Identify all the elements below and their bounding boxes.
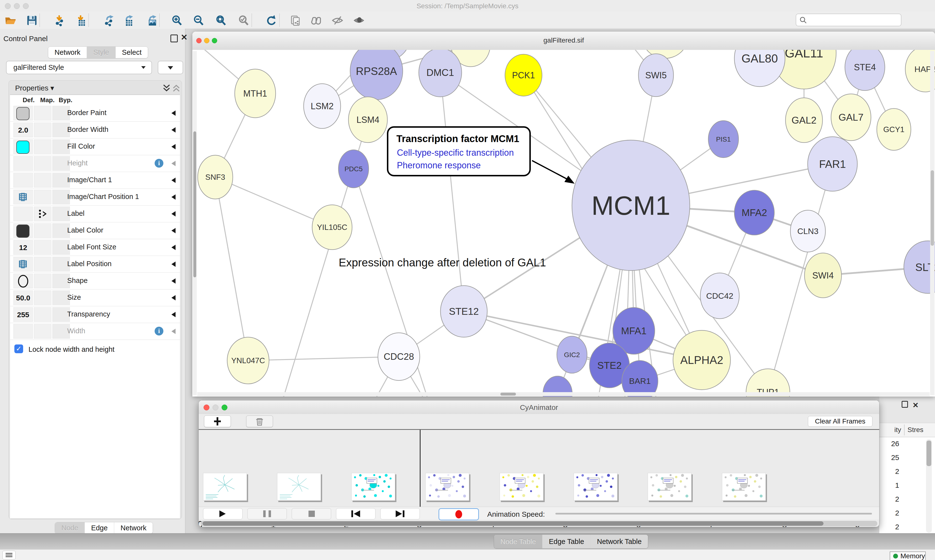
property-def-cell[interactable]: 12 [13, 240, 33, 255]
property-row-size[interactable]: 50.0Size [10, 289, 180, 306]
property-row-label-color[interactable]: Label Color [10, 222, 180, 239]
property-map-cell[interactable] [34, 156, 51, 171]
timeline-frame-6[interactable] [648, 473, 691, 501]
annotation-link[interactable]: Pheromone response [397, 160, 481, 170]
tab-node-table[interactable]: Node Table [494, 535, 542, 548]
network-node-swi5[interactable]: SWI5 [639, 54, 673, 97]
property-def-cell[interactable]: 2.0 [13, 123, 33, 137]
import-table-button[interactable] [75, 15, 87, 26]
network-hscrollbar[interactable] [197, 392, 930, 396]
property-map-cell[interactable] [34, 274, 51, 288]
expand-arrow-icon[interactable] [171, 178, 176, 183]
network-node-pck1[interactable]: PCK1 [505, 54, 542, 96]
table-scrollbar-thumb[interactable] [926, 440, 931, 466]
property-map-cell[interactable] [34, 307, 51, 322]
timeline-frame-2[interactable] [351, 473, 395, 501]
property-row-fill-color[interactable]: Fill Color [10, 138, 180, 155]
expand-arrow-icon[interactable] [171, 144, 176, 149]
network-node-cdc28[interactable]: CDC28 [378, 333, 420, 380]
previous-frame-button[interactable] [336, 508, 375, 519]
expand-arrow-icon[interactable] [171, 278, 176, 284]
play-button[interactable] [203, 508, 242, 519]
network-node-mth1[interactable]: MTH1 [235, 69, 276, 118]
memory-button[interactable]: Memory [890, 551, 926, 560]
lock-size-checkbox[interactable]: ✓ [14, 345, 23, 353]
property-def-cell[interactable]: 50.0 [13, 291, 33, 305]
property-map-cell[interactable] [34, 106, 51, 120]
property-def-cell[interactable] [13, 106, 33, 120]
expand-arrow-icon[interactable] [171, 329, 176, 334]
network-node-ynl047c[interactable]: YNL047C [227, 337, 269, 384]
network-node-lsm4[interactable]: LSM4 [349, 97, 387, 143]
network-node-gal2[interactable]: GAL2 [785, 98, 822, 143]
property-map-cell[interactable] [34, 324, 51, 338]
property-row-label[interactable]: Label [10, 205, 180, 222]
property-row-width[interactable]: iWidth [10, 323, 180, 340]
property-def-cell[interactable] [13, 206, 33, 221]
column-header[interactable]: Stres [907, 426, 923, 434]
duplicate-network-button[interactable] [290, 15, 301, 26]
network-window-titlebar[interactable]: galFiltered.sif [192, 32, 935, 50]
property-map-cell[interactable] [34, 257, 51, 271]
network-node-pis1[interactable]: PIS1 [708, 121, 739, 158]
show-view-button[interactable] [353, 15, 365, 26]
export-table-button[interactable] [122, 15, 134, 26]
timeline-frame-7[interactable] [722, 473, 766, 501]
tab-network[interactable]: Network [48, 47, 87, 58]
next-frame-button[interactable] [380, 508, 420, 519]
timeline-frame-1[interactable] [277, 473, 321, 501]
property-def-cell[interactable] [13, 173, 33, 188]
property-row-image-chart-1[interactable]: Image/Chart 1 [10, 172, 180, 189]
property-row-shape[interactable]: Shape [10, 272, 180, 289]
property-row-transparency[interactable]: 255Transparency [10, 306, 180, 323]
zoom-selected-button[interactable] [238, 15, 250, 26]
annotation-link[interactable]: Cell-type-specific transcription [397, 148, 514, 158]
info-icon[interactable]: i [154, 327, 164, 335]
zoom-out-button[interactable] [193, 15, 205, 26]
tab-network[interactable]: Network [114, 522, 153, 534]
network-vscrollbar-left[interactable] [193, 51, 197, 395]
properties-header[interactable]: Properties ▾ [9, 80, 182, 95]
find-network-button[interactable] [310, 15, 322, 26]
tab-node[interactable]: Node [55, 522, 85, 534]
stop-button[interactable] [292, 508, 331, 519]
timeline-frame-4[interactable] [500, 473, 543, 501]
color-swatch[interactable] [16, 107, 29, 120]
color-swatch[interactable] [16, 225, 29, 238]
network-node-gal7[interactable]: GAL7 [831, 94, 871, 141]
network-node-cdc42[interactable]: CDC42 [700, 273, 739, 319]
timeline-scrollbar[interactable] [201, 521, 877, 526]
timeline-playhead[interactable] [420, 430, 421, 510]
network-node-far1[interactable]: FAR1 [808, 137, 857, 191]
property-row-border-paint[interactable]: Border Paint [10, 105, 180, 122]
tab-style[interactable]: Style [87, 47, 115, 58]
float-table-panel-icon[interactable] [902, 404, 908, 408]
hide-view-button[interactable] [332, 15, 343, 26]
export-network-button[interactable] [103, 15, 115, 26]
property-map-cell[interactable] [34, 206, 51, 221]
network-node-snf3[interactable]: SNF3 [198, 155, 233, 199]
expand-arrow-icon[interactable] [171, 228, 176, 233]
clear-all-frames-button[interactable]: Clear All Frames [808, 416, 872, 427]
property-map-cell[interactable] [34, 190, 51, 205]
property-row-border-width[interactable]: 2.0Border Width [10, 122, 180, 138]
network-node-lsm2[interactable]: LSM2 [304, 84, 341, 128]
property-def-cell[interactable]: 255 [13, 307, 33, 322]
timeline[interactable]: 0123456789Seconds [199, 430, 879, 508]
expand-arrow-icon[interactable] [171, 245, 176, 250]
close-table-panel-icon[interactable]: ✕ [912, 401, 918, 409]
property-map-cell[interactable] [34, 291, 51, 305]
network-node-yil105c[interactable]: YIL105C [312, 205, 352, 249]
network-node-pdc5[interactable]: PDC5 [338, 150, 369, 188]
style-options-button[interactable] [158, 61, 183, 74]
zoom-fit-button[interactable] [216, 15, 227, 26]
expand-arrow-icon[interactable] [171, 262, 176, 267]
search-input[interactable] [810, 15, 898, 24]
network-canvas[interactable]: RPS28ADCP1DMC1PCK1SWI5GAL11GAL80STE4HAP2… [192, 50, 935, 397]
property-def-cell[interactable] [13, 223, 33, 238]
apply-layout-button[interactable] [265, 15, 276, 26]
expand-arrow-icon[interactable] [171, 312, 176, 317]
timeline-scrollbar-thumb[interactable] [202, 521, 824, 526]
property-def-cell[interactable] [13, 190, 33, 205]
timeline-frame-0[interactable] [203, 473, 247, 501]
